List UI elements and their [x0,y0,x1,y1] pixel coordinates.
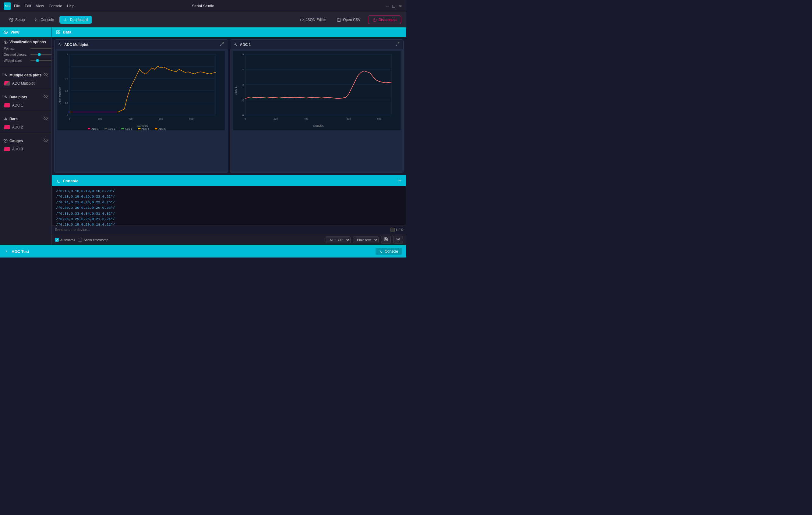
data-panel-label: Data [63,30,71,34]
data-panel: Data ADC Multiplot [52,27,406,175]
menu-file[interactable]: File [14,4,20,8]
disconnect-button[interactable]: Disconnect [368,16,401,24]
data-panel-header: Data [52,27,406,37]
svg-rect-47 [138,128,140,129]
svg-text:ADC 5: ADC 5 [158,127,166,130]
adc1-label: ADC 1 [12,103,23,108]
json-editor-icon [300,18,304,22]
timestamp-checkbox[interactable] [78,238,82,242]
console-line-6: /*0.26,0.25,0.25,0.21,0.24*/ [56,216,402,222]
menu-edit[interactable]: Edit [25,4,31,8]
svg-text:600: 600 [347,118,351,120]
bottom-console-button[interactable]: Console [376,248,402,255]
save-console-button[interactable] [381,236,391,243]
console-collapse-button[interactable] [398,178,402,184]
menu-console[interactable]: Console [49,4,62,8]
adc1-expand[interactable] [395,42,400,47]
adc-multiplot-label: ADC Multiplot [12,81,34,86]
svg-text:400: 400 [128,118,133,120]
bottom-console-icon [379,250,383,253]
svg-text:0: 0 [242,114,244,117]
svg-text:0.2: 0.2 [64,102,68,104]
sidebar-header-label: View [10,30,19,34]
dashboard-label: Dashboard [70,18,88,22]
eye-icon [4,40,8,44]
svg-text:2: 2 [242,99,244,101]
adc-multiplot-widget: ADC Multiplot ADC Multiplot [54,39,228,173]
format-select[interactable]: Plain text [353,237,379,243]
console-line-7: /*0.20,0.19,0.20,0.18,0.21*/ [56,222,402,225]
gear-icon [9,18,13,22]
visualization-options-section: Visualization options Points: 954 Decima… [0,37,52,67]
svg-rect-16 [57,30,58,32]
timestamp-row[interactable]: Show timestamp [78,238,108,242]
titlebar: SS File Edit View Console Help Serial St… [0,0,406,12]
decimal-places-slider[interactable] [30,54,52,55]
console-header-icon [56,179,60,183]
open-csv-button[interactable]: Open CSV [333,16,364,24]
multiplot-icon [4,73,8,77]
autoscroll-label: Autoscroll [60,238,75,242]
json-editor-button[interactable]: JSON Editor [296,16,330,24]
hex-checkbox[interactable] [390,228,395,232]
adc1-header: ADC 1 [230,39,404,50]
setup-button[interactable]: Setup [5,16,29,24]
console-line-5: /*0.33,0.33,0.34,0.31,0.32*/ [56,211,402,216]
multiple-data-plots-title: Multiple data plots [4,72,48,78]
main-layout: View Visualization options Points: 954 D… [0,27,406,245]
adc1-color [4,103,10,108]
points-slider[interactable] [30,48,52,49]
svg-text:1: 1 [67,53,68,56]
svg-point-0 [11,19,12,21]
console-button[interactable]: Console [30,16,58,24]
bars-toggle[interactable] [44,116,48,121]
maximize-button[interactable]: □ [393,4,395,8]
multiple-data-plots-toggle[interactable] [44,72,48,78]
dashboard-button[interactable]: Dashboard [59,16,92,24]
adc1-body: ADC 1 5 4 3 2 [230,50,404,173]
svg-point-6 [5,32,6,33]
console-label: Console [40,18,54,22]
close-button[interactable]: ✕ [399,4,402,8]
console-line-2: /*0.18,0.18,0.19,0.22,0.22*/ [56,194,402,200]
widget-size-slider[interactable] [30,60,52,61]
adc1-svg: ADC 1 5 4 3 2 [231,51,402,130]
line-ending-select[interactable]: NL + CR [326,237,351,243]
clear-console-button[interactable] [393,236,403,243]
charts-area: ADC Multiplot ADC Multiplot [52,37,406,175]
minimize-button[interactable]: ─ [386,4,389,8]
data-plots-toggle[interactable] [44,94,48,99]
svg-rect-49 [155,128,157,129]
menu-view[interactable]: View [36,4,44,8]
json-editor-label: JSON Editor [306,18,326,22]
gauges-label: Gauges [9,139,23,143]
console-send-input[interactable] [55,228,388,232]
svg-text:ADC 2: ADC 2 [108,127,115,130]
autoscroll-row[interactable]: Autoscroll [55,238,75,242]
svg-line-20 [222,42,224,44]
decimal-places-label: Decimal places: [4,53,29,56]
multiple-data-plots-label: Multiple data plots [9,73,41,77]
menu-bar: File Edit View Console Help [14,4,75,8]
menu-help[interactable]: Help [67,4,75,8]
adc-multiplot-expand[interactable] [220,42,224,47]
svg-text:0.4: 0.4 [64,90,68,92]
svg-rect-45 [121,128,124,129]
sidebar-item-adc3: ADC 3 [4,146,48,152]
gauges-icon [4,139,8,143]
svg-text:ADC 1: ADC 1 [91,127,99,130]
bars-icon [4,117,8,121]
autoscroll-checkbox[interactable] [55,238,59,242]
svg-rect-23 [69,54,215,115]
sidebar-item-adc2: ADC 2 [4,124,48,130]
svg-text:200: 200 [273,118,278,120]
bottom-bar-right: Console [376,248,402,255]
bottom-bar: ADC Test Console [0,245,406,258]
svg-text:4: 4 [242,68,244,71]
widget-size-slider-row: Widget size: [4,59,48,62]
svg-rect-17 [58,30,60,32]
svg-text:ADC 4: ADC 4 [142,127,149,130]
gauges-toggle[interactable] [44,138,48,143]
svg-rect-41 [88,128,90,129]
setup-label: Setup [15,18,25,22]
